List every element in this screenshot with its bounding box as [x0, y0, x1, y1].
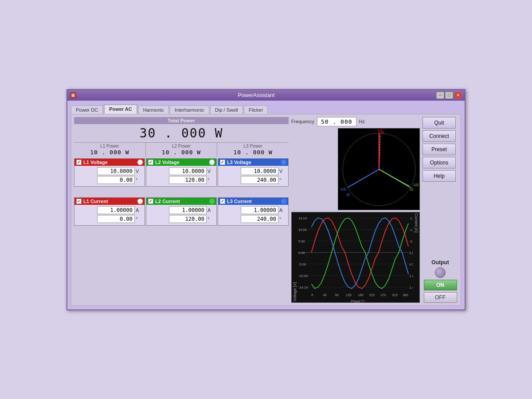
title-bar-controls: ─ □ ✕ [436, 92, 462, 99]
l3-power-value: 10 . 000 W [218, 149, 288, 156]
l1-power-col: L1 Power 10 . 000 W [74, 143, 146, 156]
spacer [74, 188, 289, 197]
l3-current-block: ✓ L3 Current A ° [218, 197, 289, 226]
svg-line-4 [379, 169, 409, 186]
help-button[interactable]: Help [422, 170, 456, 182]
svg-text:Phase [°]: Phase [°] [351, 299, 364, 302]
l3-current-phase-row: ° [220, 215, 286, 223]
tab-power-dc[interactable]: Power DC [71, 106, 103, 114]
connect-button[interactable]: Connect [422, 130, 456, 142]
maximize-button[interactable]: □ [445, 92, 453, 99]
wave-chart: Voltage [V] [291, 212, 420, 303]
y-axis-right-label: Current [A] [413, 212, 419, 302]
minimize-button[interactable]: ─ [436, 92, 444, 99]
l3-voltage-header: ✓ L3 Voltage [218, 159, 288, 166]
l1-current-magnitude[interactable] [97, 206, 135, 214]
l3-current-phase[interactable] [241, 215, 278, 223]
l2-voltage-checkbox[interactable]: ✓ [148, 160, 153, 165]
l3-voltage-phase-row: ° [220, 176, 286, 184]
frequency-unit: Hz [359, 119, 365, 124]
l3-voltage-phase[interactable] [241, 176, 278, 184]
l1-power-header: L1 Power [75, 144, 145, 149]
l2-voltage-phase-row: ° [148, 176, 215, 184]
l3-voltage-values: V ° [218, 166, 288, 186]
svg-text:1.4: 1.4 [409, 285, 413, 289]
tab-power-ac[interactable]: Power AC [104, 104, 137, 114]
l2-voltage-indicator [209, 160, 215, 165]
options-button[interactable]: Options [422, 157, 456, 168]
svg-text:-10.00: -10.00 [298, 274, 308, 278]
tab-interharmonic[interactable]: Interharmonic [170, 106, 209, 114]
l3-power-col: L3 Power 10 . 000 W [217, 143, 289, 156]
svg-text:-0.5: -0.5 [409, 239, 413, 243]
l1-voltage-phase[interactable] [97, 176, 135, 184]
l3-voltage-magnitude[interactable] [241, 167, 278, 175]
l3-voltage-phase-unit: ° [279, 177, 286, 183]
off-button[interactable]: OFF [424, 292, 457, 303]
l2-current-phase[interactable] [169, 215, 207, 223]
quit-button[interactable]: Quit [422, 117, 456, 129]
svg-text:225: 225 [369, 293, 375, 297]
l1-current-phase[interactable] [97, 215, 135, 223]
close-button[interactable]: ✕ [454, 92, 462, 99]
l3-voltage-mag-unit: V [279, 168, 286, 174]
l2-current-checkbox[interactable]: ✓ [148, 199, 153, 204]
svg-text:14.14: 14.14 [298, 216, 307, 220]
l1-current-phase-row: ° [76, 215, 143, 223]
title-bar: ⊞ PowerAssistant ─ □ ✕ [67, 90, 465, 101]
l2-voltage-label: L2 Voltage [155, 160, 180, 165]
l3-current-phase-unit: ° [279, 216, 286, 222]
svg-text:270: 270 [380, 293, 386, 297]
l3-current-magnitude[interactable] [241, 206, 278, 214]
svg-text:I2: I2 [410, 187, 414, 192]
l3-current-mag-row: A [220, 206, 286, 214]
on-button[interactable]: ON [424, 280, 457, 290]
l1-voltage-mag-unit: V [136, 168, 143, 174]
svg-text:315: 315 [392, 293, 398, 297]
window-title: PowerAssistant [76, 92, 436, 98]
chart-area: 14.14 10.00 5.00 0.00 -5.00 -10.00 -14.1… [298, 212, 413, 302]
l2-voltage-values: V ° [146, 166, 216, 186]
main-panel: Total Power 30 . 000 W L1 Power 10 . 000… [71, 114, 461, 306]
l2-current-mag-row: A [148, 206, 215, 214]
l1-voltage-mag-row: V [76, 167, 143, 175]
l2-voltage-phase[interactable] [169, 176, 207, 184]
l1-current-label: L1 Current [83, 199, 108, 204]
svg-text:1.0: 1.0 [409, 274, 413, 278]
left-section: Total Power 30 . 000 W L1 Power 10 . 000… [74, 117, 289, 303]
tab-harmonic[interactable]: Harmonic [138, 106, 169, 114]
svg-text:U2: U2 [414, 183, 419, 187]
l2-voltage-magnitude[interactable] [169, 167, 207, 175]
preset-button[interactable]: Preset [422, 144, 456, 155]
btn-spacer [422, 184, 458, 258]
l2-current-magnitude[interactable] [169, 206, 207, 214]
power-columns: L1 Power 10 . 000 W L2 Power 10 . 000 W … [74, 142, 289, 156]
l3-current-header: ✓ L3 Current [218, 198, 288, 205]
l1-voltage-checkbox[interactable]: ✓ [76, 160, 82, 165]
l1-voltage-label: L1 Voltage [83, 160, 108, 165]
phasor-svg: U1 I1 I2 U2 U3 I3 [338, 129, 420, 211]
l1-voltage-indicator [137, 160, 143, 165]
l1-current-phase-unit: ° [136, 216, 143, 222]
l3-current-checkbox[interactable]: ✓ [220, 199, 225, 204]
l2-current-label: L2 Current [155, 199, 180, 204]
wave-svg: 14.14 10.00 5.00 0.00 -5.00 -10.00 -14.1… [298, 212, 413, 302]
content-area: Power DC Power AC Harmonic Interharmonic… [67, 101, 465, 309]
phasor-diagram: U1 I1 I2 U2 U3 I3 [338, 128, 420, 210]
l3-current-label: L3 Current [227, 199, 252, 204]
l2-current-values: A ° [146, 205, 216, 225]
svg-text:180: 180 [358, 293, 364, 297]
l1-current-header: ✓ L1 Current [74, 198, 145, 205]
svg-text:-1.0: -1.0 [409, 227, 413, 231]
l1-voltage-header: ✓ L1 Voltage [74, 159, 145, 166]
l1-current-checkbox[interactable]: ✓ [76, 199, 82, 204]
l3-voltage-checkbox[interactable]: ✓ [220, 160, 225, 165]
title-bar-left: ⊞ [70, 92, 76, 98]
svg-text:5.00: 5.00 [298, 239, 305, 243]
total-power-section: Total Power 30 . 000 W L1 Power 10 . 000… [74, 117, 289, 156]
right-panel: Frequency 50 . 000 Hz [291, 117, 458, 303]
tab-flicker[interactable]: Flicker [244, 106, 268, 114]
total-power-header: Total Power [74, 117, 289, 124]
tab-dip-swell[interactable]: Dip / Swell [210, 106, 243, 114]
l1-voltage-magnitude[interactable] [97, 167, 135, 175]
